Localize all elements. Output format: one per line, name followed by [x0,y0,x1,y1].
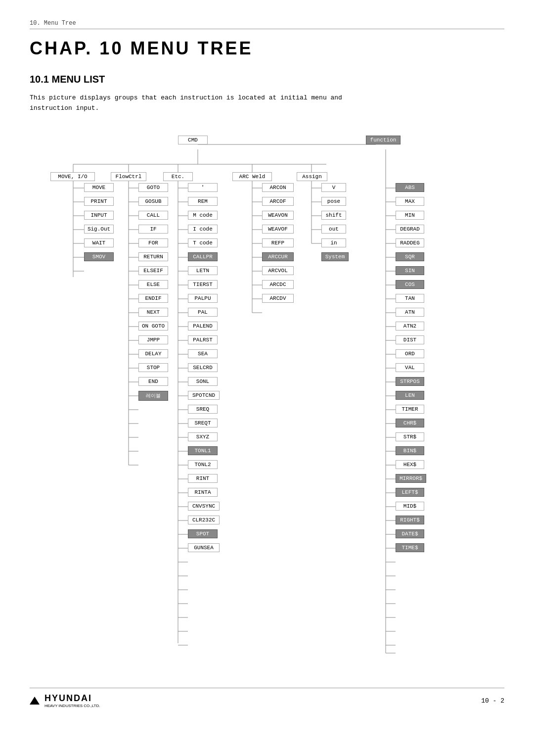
node-spotcnd: SPOTCND [188,391,220,400]
node-pal: PAL [188,308,218,317]
node-pose: pose [321,197,346,206]
node-m-code: M code [188,211,218,220]
tree-connectors [30,129,504,673]
node-delay: DELAY [138,349,168,358]
node-ord: ORD [396,349,424,358]
node-endif: ENDIF [138,294,168,303]
node-atn: ATN [396,308,424,317]
node-atn2: ATN2 [396,322,424,331]
node-abs: ABS [396,183,424,192]
node-rem: REM [188,197,218,206]
node-tan: TAN [396,294,424,303]
node-arcof: ARCOF [262,197,294,206]
node-weavof: WEAVOF [262,225,294,234]
node-rint: RINT [188,474,218,483]
node-sreqt: SREQT [188,419,218,427]
node-gosub: GOSUB [138,197,168,206]
footer: HYUNDAI HEAVY INDUSTRIES CO.,LTD. 10 - 2 [30,693,504,709]
node-shift: shift [321,211,346,220]
node-else: ELSE [138,280,168,289]
node-t-code: T code [188,238,218,247]
node-cmd: CMD [178,136,208,144]
node-timer: TIMER [396,405,424,414]
node-v: V [321,183,346,192]
node-mirrors: MIRROR$ [396,474,426,483]
node-wait: WAIT [84,238,114,247]
node-min: MIN [396,211,424,220]
triangle-icon [30,697,40,705]
node-max: MAX [396,197,424,206]
node-arcdv: ARCDV [262,294,294,303]
node-return: RETURN [138,252,168,261]
node-elseif: ELSEIF [138,266,168,275]
breadcrumb: 10. Menu Tree [30,20,504,27]
node-strpos: STRPOS [396,377,424,386]
node-sin: SIN [396,266,424,275]
node-i-code: I code [188,225,218,234]
node-end: END [138,377,168,386]
node-hexs: HEX$ [396,460,424,469]
node-times: TIME$ [396,543,424,552]
node-rights: RIGHT$ [396,516,424,524]
node-strs: STR$ [396,432,424,441]
node-on-goto: ON GOTO [138,322,168,331]
node-input: INPUT [84,211,114,220]
section-title: 10.1 MENU LIST [30,74,504,85]
node-arcon: ARCON [262,183,294,192]
node-selcrd: SELCRD [188,363,218,372]
node-spot: SPOT [188,529,218,538]
node-sreq: SREQ [188,405,218,414]
bottom-divider [30,688,504,688]
node-assign: Assign [297,172,327,181]
node-quote: ' [188,183,218,192]
node-arccur: ARCCUR [262,252,294,261]
node-print: PRINT [84,197,114,206]
node-raddeg: RADDEG [396,238,424,247]
node-mids: MID$ [396,502,424,511]
node-cnvsync: CNVSYNC [188,502,220,511]
node-refp: REFP [262,238,294,247]
node-system: System [321,252,349,261]
node-dist: DIST [396,335,424,344]
node-gunsea: GUNSEA [188,543,220,552]
top-divider [30,29,504,29]
node-stop: STOP [138,363,168,372]
node-arc-weld: ARC Weld [232,172,272,181]
node-tonl2: TONL2 [188,460,218,469]
menu-tree-diagram: CMD function MOVE, I/O FlowCtrl Etc. ARC… [30,129,504,673]
node-cos: COS [396,280,424,289]
node-if: IF [138,225,168,234]
node-callpr: CALLPR [188,252,218,261]
node-move: MOVE [84,183,114,192]
node-in: in [321,238,346,247]
node-len: LEN [396,391,424,400]
node-clr232c: CLR232C [188,516,220,524]
node-function: function [366,136,400,144]
node-move-io: MOVE, I/O [50,172,95,181]
node-sxyz: SXYZ [188,432,218,441]
node-val: VAL [396,363,424,372]
page-number: 10 - 2 [481,697,504,705]
node-sig-out: Sig.Out [84,225,114,234]
node-out: out [321,225,346,234]
node-arcdc: ARCDC [262,280,294,289]
node-palpu: PALPU [188,294,218,303]
chapter-title: CHAP. 10 MENU TREE [30,38,504,59]
node-sea: SEA [188,349,218,358]
company-name: HYUNDAI [44,693,100,704]
node-etc: Etc. [163,172,193,181]
node-flowctrl: FlowCtrl [111,172,146,181]
node-bins: BIN$ [396,446,424,455]
node-letn: LETN [188,266,218,275]
company-logo: HYUNDAI HEAVY INDUSTRIES CO.,LTD. [30,693,100,709]
node-palrst: PALRST [188,335,218,344]
node-palend: PALEND [188,322,218,331]
node-call: CALL [138,211,168,220]
node-jmpp: JMPP [138,335,168,344]
node-dates: DATE$ [396,529,424,538]
node-degrad: DEGRAD [396,225,424,234]
node-tonl1: TONL1 [188,446,218,455]
node-lefts: LEFT$ [396,488,424,497]
node-sqr: SQR [396,252,424,261]
node-tierst: TIERST [188,280,218,289]
